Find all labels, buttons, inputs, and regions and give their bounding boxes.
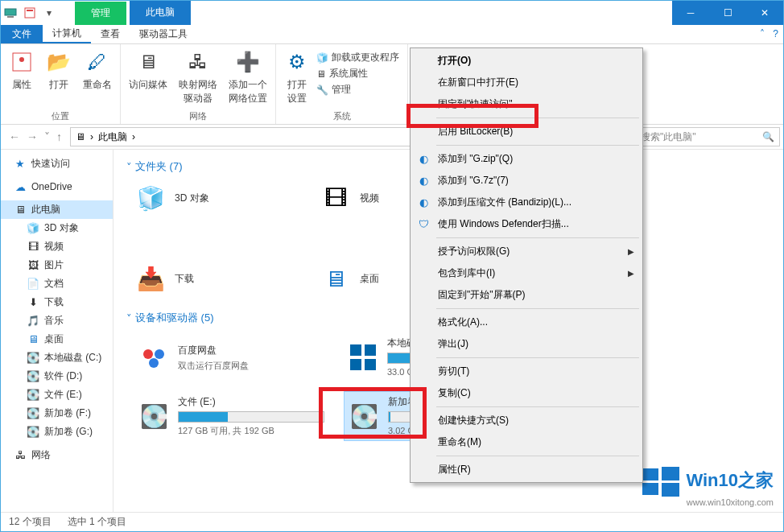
svg-rect-2 <box>25 8 35 18</box>
help-icon[interactable]: ? <box>773 28 778 39</box>
close-button[interactable]: ✕ <box>746 1 783 25</box>
monitor-icon: 🖥 <box>316 68 326 80</box>
cm-g7z[interactable]: ◐添加到 "G.7z"(7) <box>412 170 641 192</box>
menu-view[interactable]: 查看 <box>91 25 130 43</box>
nav-back-icon[interactable]: ← <box>9 130 20 143</box>
ribbon-settings[interactable]: ⚙打开 设置 <box>284 49 310 105</box>
svg-rect-12 <box>365 359 376 370</box>
status-selected-count: 选中 1 个项目 <box>68 515 126 529</box>
drive-e[interactable]: 💽 文件 (E:)127 GB 可用, 共 192 GB <box>134 391 328 441</box>
cm-gzip[interactable]: ◐添加到 "G.zip"(Q) <box>412 148 641 170</box>
cm-separator <box>436 357 639 358</box>
cm-pin-start[interactable]: 固定到"开始"屏幕(P) <box>412 284 641 306</box>
context-menu: 打开(O) 在新窗口中打开(E) 固定到"快速访问" 启用 BitLocker(… <box>410 47 643 483</box>
cm-library[interactable]: 包含到库中(I)▶ <box>412 262 641 284</box>
sidebar-disk-f[interactable]: 💽新加卷 (F:) <box>1 404 113 423</box>
sidebar-disk-c[interactable]: 💽本地磁盘 (C:) <box>1 348 113 367</box>
menu-computer[interactable]: 计算机 <box>43 25 91 43</box>
menu-file[interactable]: 文件 <box>1 25 43 43</box>
minimize-button[interactable]: ─ <box>672 1 709 25</box>
cm-shortcut[interactable]: 创建快捷方式(S) <box>412 410 641 431</box>
document-icon: 📄 <box>27 278 39 291</box>
sidebar-onedrive[interactable]: ☁OneDrive <box>1 178 113 196</box>
cm-copy[interactable]: 复制(C) <box>412 382 641 404</box>
ribbon-media[interactable]: 🖥访问媒体 <box>129 49 167 105</box>
sidebar-disk-g[interactable]: 💽新加卷 (G:) <box>1 423 113 441</box>
sidebar-3dobjects[interactable]: 🧊3D 对象 <box>1 219 113 237</box>
qat-dropdown-icon[interactable]: ▾ <box>43 6 56 19</box>
menu-drivetools[interactable]: 驱动器工具 <box>130 25 197 43</box>
window-controls: ─ ☐ ✕ <box>672 1 783 25</box>
sidebar-downloads[interactable]: ⬇下载 <box>1 293 113 311</box>
folder-downloads[interactable]: 📥下载 <box>134 262 295 295</box>
title-tabs: 管理 此电脑 <box>75 1 191 25</box>
properties-qat-icon[interactable] <box>23 6 36 19</box>
breadcrumb-sep: › <box>132 131 135 142</box>
cm-bandizip[interactable]: ◐添加到压缩文件 (Bandizip)(L)... <box>412 192 641 213</box>
cm-cut[interactable]: 剪切(T) <box>412 361 641 382</box>
cm-open[interactable]: 打开(O) <box>412 50 641 72</box>
ribbon-toggle-icon[interactable]: ˄ <box>760 28 765 39</box>
ribbon-rename[interactable]: 🖊重命名 <box>83 49 112 92</box>
sidebar: ★快速访问 ☁OneDrive 🖥此电脑 🧊3D 对象 🎞视频 🖼图片 📄文档 … <box>1 150 113 512</box>
star-icon: ★ <box>14 158 27 171</box>
sidebar-documents[interactable]: 📄文档 <box>1 274 113 293</box>
cm-eject[interactable]: 弹出(J) <box>412 333 641 355</box>
search-box[interactable]: 搜索"此电脑" 🔍 <box>635 127 780 146</box>
svg-rect-0 <box>5 9 16 15</box>
sidebar-thispc[interactable]: 🖥此电脑 <box>1 200 113 219</box>
svg-rect-3 <box>27 10 33 11</box>
nav-forward-icon[interactable]: → <box>27 130 38 143</box>
ribbon-uninstall[interactable]: 🧊卸载或更改程序 <box>316 51 399 64</box>
title-tab-manage[interactable]: 管理 <box>75 2 126 25</box>
ribbon-group-network: 🖥访问媒体 🖧映射网络 驱动器 ➕添加一个 网络位置 网络 <box>121 44 276 124</box>
svg-rect-14 <box>662 467 679 480</box>
cm-rename[interactable]: 重命名(M) <box>412 431 641 453</box>
drive-icon: 💽 <box>27 352 39 365</box>
cm-properties[interactable]: 属性(R) <box>412 459 641 480</box>
sidebar-desktop[interactable]: 🖥桌面 <box>1 330 113 348</box>
sidebar-pictures[interactable]: 🖼图片 <box>1 256 113 274</box>
address-bar: ← → ˅ ↑ 🖥 › 此电脑 › ˅ ↻ 搜索"此电脑" 🔍 <box>1 125 783 150</box>
cm-bitlocker[interactable]: 启用 BitLocker(B) <box>412 121 641 142</box>
ribbon-manage[interactable]: 🔧管理 <box>316 83 399 97</box>
ribbon-map-network[interactable]: 🖧映射网络 驱动器 <box>179 49 217 105</box>
cm-access[interactable]: 授予访问权限(G)▶ <box>412 241 641 262</box>
folder-3dobjects[interactable]: 🧊3D 对象 <box>134 182 295 214</box>
network-icon: 🖧 <box>14 449 27 462</box>
cm-defender[interactable]: 🛡使用 Windows Defender扫描... <box>412 213 641 235</box>
status-item-count: 12 个项目 <box>9 515 52 529</box>
ribbon-open[interactable]: 📂打开 <box>46 49 72 92</box>
bandizip-icon: ◐ <box>417 196 430 209</box>
svg-point-7 <box>155 349 164 359</box>
chevron-down-icon: ˅ <box>126 312 132 324</box>
shield-icon: 🛡 <box>417 218 430 231</box>
quick-access-toolbar: ▾ <box>1 6 59 19</box>
sidebar-video[interactable]: 🎞视频 <box>1 237 113 256</box>
cm-pin-quick[interactable]: 固定到"快速访问" <box>412 93 641 115</box>
drive-baidu[interactable]: 百度网盘双击运行百度网盘 <box>134 333 328 381</box>
sidebar-disk-d[interactable]: 💽软件 (D:) <box>1 367 113 386</box>
svg-rect-16 <box>662 483 679 497</box>
maximize-button[interactable]: ☐ <box>709 1 746 25</box>
pc-icon: 🖥 <box>76 131 85 142</box>
drive-icon: 💽 <box>27 370 39 383</box>
ribbon-system-props[interactable]: 🖥系统属性 <box>316 67 399 80</box>
nav-recent-icon[interactable]: ˅ <box>44 130 50 143</box>
ribbon-add-network[interactable]: ➕添加一个 网络位置 <box>229 49 267 105</box>
cm-open-new-window[interactable]: 在新窗口中打开(E) <box>412 72 641 93</box>
sidebar-music[interactable]: 🎵音乐 <box>1 311 113 330</box>
breadcrumb-thispc[interactable]: 此电脑 <box>98 130 127 144</box>
svg-point-6 <box>143 349 153 359</box>
sidebar-quick-access[interactable]: ★快速访问 <box>1 155 113 173</box>
pc-icon <box>4 6 17 19</box>
nav-up-icon[interactable]: ↑ <box>56 130 62 143</box>
svg-rect-11 <box>350 359 361 370</box>
watermark-url: www.win10xitong.com <box>641 497 774 507</box>
cm-separator <box>436 118 639 118</box>
sidebar-disk-e[interactable]: 💽文件 (E:) <box>1 386 113 404</box>
cm-format[interactable]: 格式化(A)... <box>412 311 641 333</box>
ribbon-properties[interactable]: 属性 <box>9 49 35 92</box>
cm-separator <box>436 145 639 146</box>
sidebar-network[interactable]: 🖧网络 <box>1 446 113 464</box>
